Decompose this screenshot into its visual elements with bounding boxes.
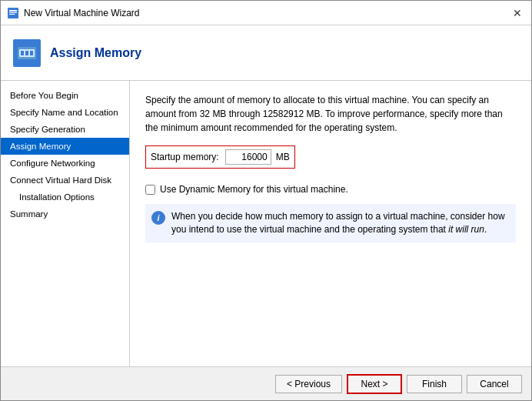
wizard-window: New Virtual Machine Wizard ✕ Assign Memo…	[0, 0, 532, 401]
footer: < Previous Next > Finish Cancel	[1, 366, 531, 400]
sidebar-item-assign-memory[interactable]: Assign Memory	[1, 138, 129, 155]
info-box: i When you decide how much memory to ass…	[145, 204, 516, 242]
description-text: Specify the amount of memory to allocate…	[145, 93, 516, 135]
info-text-italic: it will run	[448, 224, 484, 235]
wizard-step-title: Assign Memory	[50, 46, 141, 60]
svg-rect-6	[21, 51, 24, 55]
main-panel: Specify the amount of memory to allocate…	[130, 81, 531, 366]
title-bar-left: New Virtual Machine Wizard	[7, 7, 140, 19]
title-bar: New Virtual Machine Wizard ✕	[1, 1, 531, 25]
previous-button[interactable]: < Previous	[275, 375, 342, 393]
info-icon: i	[151, 211, 165, 225]
sidebar-item-installation[interactable]: Installation Options	[1, 189, 129, 206]
dynamic-memory-label: Use Dynamic Memory for this virtual mach…	[160, 184, 348, 195]
sidebar: Before You Begin Specify Name and Locati…	[1, 81, 130, 366]
startup-memory-label: Startup memory:	[151, 152, 219, 162]
wizard-header: Assign Memory	[1, 25, 531, 81]
sidebar-item-generation[interactable]: Specify Generation	[1, 121, 129, 138]
window-icon	[7, 7, 19, 19]
svg-rect-3	[9, 14, 15, 15]
dynamic-memory-checkbox[interactable]	[145, 185, 155, 195]
info-text: When you decide how much memory to assig…	[171, 210, 510, 236]
svg-rect-2	[9, 12, 17, 13]
sidebar-item-networking[interactable]: Configure Networking	[1, 155, 129, 172]
startup-memory-field-wrapper: Startup memory: MB	[145, 145, 516, 176]
svg-rect-8	[30, 51, 33, 55]
svg-rect-7	[25, 51, 28, 55]
sidebar-item-before-you-begin[interactable]: Before You Begin	[1, 87, 129, 104]
svg-rect-1	[9, 10, 17, 12]
startup-memory-row: Startup memory: MB	[145, 145, 295, 169]
info-text-after: .	[484, 224, 487, 235]
next-button[interactable]: Next >	[347, 374, 402, 394]
header-icon	[13, 39, 41, 67]
sidebar-item-hard-disk[interactable]: Connect Virtual Hard Disk	[1, 172, 129, 189]
close-button[interactable]: ✕	[510, 7, 525, 19]
finish-button[interactable]: Finish	[407, 375, 462, 393]
window-title: New Virtual Machine Wizard	[24, 8, 140, 18]
dynamic-memory-row: Use Dynamic Memory for this virtual mach…	[145, 184, 516, 195]
sidebar-item-summary[interactable]: Summary	[1, 206, 129, 222]
startup-memory-unit: MB	[276, 152, 290, 162]
sidebar-item-name-location[interactable]: Specify Name and Location	[1, 104, 129, 121]
memory-icon	[16, 42, 38, 64]
cancel-button[interactable]: Cancel	[467, 375, 522, 393]
content-area: Before You Begin Specify Name and Locati…	[1, 81, 531, 366]
startup-memory-input[interactable]	[225, 149, 271, 165]
